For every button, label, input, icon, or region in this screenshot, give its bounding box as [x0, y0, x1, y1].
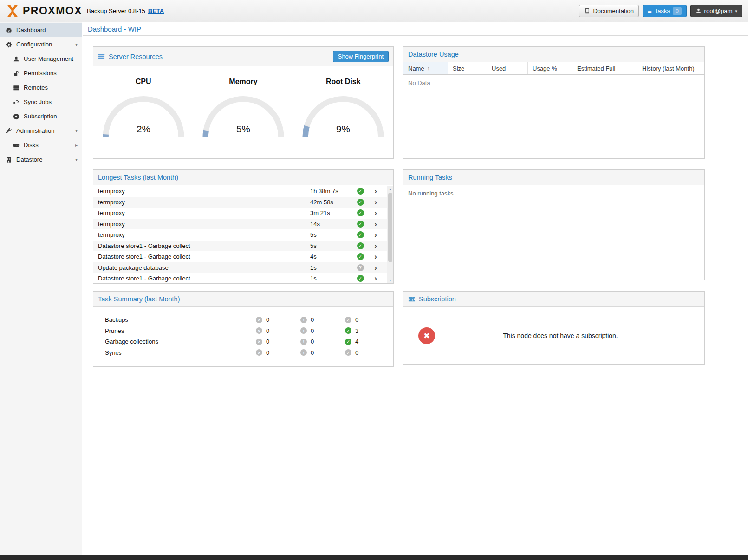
sidebar-item-permissions[interactable]: Permissions [0, 66, 82, 80]
subscription-header: Subscription [403, 292, 704, 307]
column-header-name[interactable]: Name ↑ [403, 62, 448, 74]
scroll-up-icon[interactable]: ▲ [387, 186, 393, 192]
sidebar-item-label: Dashboard [16, 26, 46, 33]
task-duration: 1s [306, 275, 352, 282]
sidebar-item-configuration[interactable]: Configuration ▾ [0, 37, 82, 52]
task-status-icon [357, 199, 364, 206]
show-fingerprint-button[interactable]: Show Fingerprint [333, 51, 389, 62]
error-icon [256, 317, 262, 323]
subscription-message: This node does not have a subscription. [435, 332, 686, 339]
task-row[interactable]: Datastore store1 - Garbage collect 1s › [93, 273, 387, 284]
sidebar-item-label: Configuration [16, 41, 52, 48]
scrollbar-thumb[interactable] [388, 193, 392, 262]
sidebar-item-label: Administration [16, 127, 54, 134]
tasks-button[interactable]: ≡ Tasks 0 [643, 5, 687, 17]
task-name: termproxy [93, 188, 306, 195]
subscription-body: ✖ This node does not have a subscription… [403, 307, 704, 364]
memory-gauge: Memory 5% [193, 78, 293, 140]
sidebar-item-subscription[interactable]: Subscription [0, 109, 82, 124]
tasks-label: Tasks [655, 7, 670, 14]
sidebar-item-sync-jobs[interactable]: Sync Jobs [0, 95, 82, 109]
task-name: termproxy [93, 231, 306, 238]
column-header-estimated-full[interactable]: Estimated Full [572, 62, 637, 74]
task-open-chevron-icon[interactable]: › [369, 187, 383, 195]
task-row[interactable]: Datastore store1 - Garbage collect 5s › [93, 241, 387, 252]
task-name: termproxy [93, 221, 306, 228]
task-row[interactable]: termproxy 5s › [93, 229, 387, 241]
summary-label: Garbage collections [105, 338, 256, 345]
task-open-chevron-icon[interactable]: › [369, 253, 383, 260]
task-open-chevron-icon[interactable]: › [369, 274, 383, 282]
panel-title: Datastore Usage [408, 51, 459, 58]
sidebar-item-datastore[interactable]: Datastore ▾ [0, 152, 82, 167]
vertical-scrollbar[interactable]: ▲ ▼ [387, 186, 393, 283]
error-icon [256, 349, 262, 356]
task-open-chevron-icon[interactable]: › [369, 220, 383, 228]
task-row[interactable]: termproxy 3m 21s › [93, 208, 387, 219]
sidebar-item-user-management[interactable]: User Management [0, 52, 82, 66]
column-header-size[interactable]: Size [448, 62, 487, 74]
documentation-button[interactable]: Documentation [579, 5, 638, 17]
documentation-label: Documentation [593, 7, 633, 14]
warning-icon [300, 339, 307, 345]
hdd-icon [13, 142, 20, 149]
ok-count: 4 [355, 338, 358, 345]
task-open-chevron-icon[interactable]: › [369, 209, 383, 217]
column-header-used[interactable]: Used [487, 62, 528, 74]
task-row[interactable]: Update package database 1s › [93, 262, 387, 273]
user-menu-button[interactable]: root@pam ▾ [690, 5, 742, 17]
task-row[interactable]: Datastore store1 - Garbage collect 4s › [93, 251, 387, 262]
task-status-icon [357, 264, 364, 271]
warning-count: 0 [311, 338, 314, 345]
datastore-usage-header: Datastore Usage [403, 47, 704, 62]
user-menu-label: root@pam [704, 7, 733, 14]
task-row[interactable]: termproxy 42m 58s › [93, 197, 387, 208]
task-summary-table: Backups 0 0 0 Prunes 0 0 3 Garbage colle… [93, 307, 393, 358]
sidebar-item-disks[interactable]: Disks ▸ [0, 138, 82, 152]
datastore-empty-text: No Data [403, 75, 704, 91]
longest-tasks-header: Longest Tasks (last Month) [93, 170, 393, 185]
sidebar: Dashboard Configuration ▾ User Managemen… [0, 22, 82, 555]
task-status-icon [357, 221, 364, 228]
task-row[interactable]: termproxy 1h 38m 7s › [93, 186, 387, 197]
scroll-down-icon[interactable]: ▼ [387, 277, 393, 283]
running-tasks-empty-text: No running tasks [403, 185, 704, 202]
task-duration: 42m 58s [306, 199, 352, 206]
task-name: Datastore store1 - Garbage collect [93, 253, 306, 260]
warning-count: 0 [311, 349, 314, 356]
task-name: Update package database [93, 264, 306, 271]
task-status-icon [357, 253, 364, 260]
task-row[interactable]: termproxy 14s › [93, 219, 387, 230]
task-open-chevron-icon[interactable]: › [369, 198, 383, 206]
user-icon [696, 8, 702, 14]
no-subscription-error-icon: ✖ [418, 327, 435, 344]
column-header-usage[interactable]: Usage % [528, 62, 572, 74]
subscription-panel: Subscription ✖ This node does not have a… [403, 291, 705, 365]
error-count: 0 [266, 338, 269, 345]
column-header-history[interactable]: History (last Month) [637, 62, 704, 74]
task-name: termproxy [93, 209, 306, 216]
summary-label: Syncs [105, 349, 256, 356]
sidebar-item-dashboard[interactable]: Dashboard [0, 23, 82, 37]
dashboard-icon [5, 27, 12, 33]
chevron-down-icon: ▾ [75, 42, 78, 47]
sidebar-item-label: Permissions [24, 70, 57, 77]
task-open-chevron-icon[interactable]: › [369, 242, 383, 250]
proxmox-x-icon [6, 5, 20, 17]
server-resources-icon [98, 53, 105, 60]
beta-link[interactable]: BETA [148, 7, 164, 14]
running-tasks-header: Running Tasks [403, 170, 704, 185]
remotes-icon [13, 85, 20, 91]
task-open-chevron-icon[interactable]: › [369, 264, 383, 272]
gauge-value: 5% [236, 124, 250, 134]
sidebar-item-administration[interactable]: Administration ▾ [0, 124, 82, 138]
ok-icon [345, 339, 351, 345]
sidebar-item-remotes[interactable]: Remotes [0, 80, 82, 95]
ok-count: 0 [355, 316, 358, 323]
chevron-down-icon: ▾ [75, 157, 78, 162]
warning-count: 0 [311, 327, 314, 334]
task-open-chevron-icon[interactable]: › [369, 231, 383, 239]
sidebar-item-label: User Management [24, 55, 73, 62]
panel-title: Subscription [419, 295, 456, 303]
warning-icon [300, 327, 307, 334]
